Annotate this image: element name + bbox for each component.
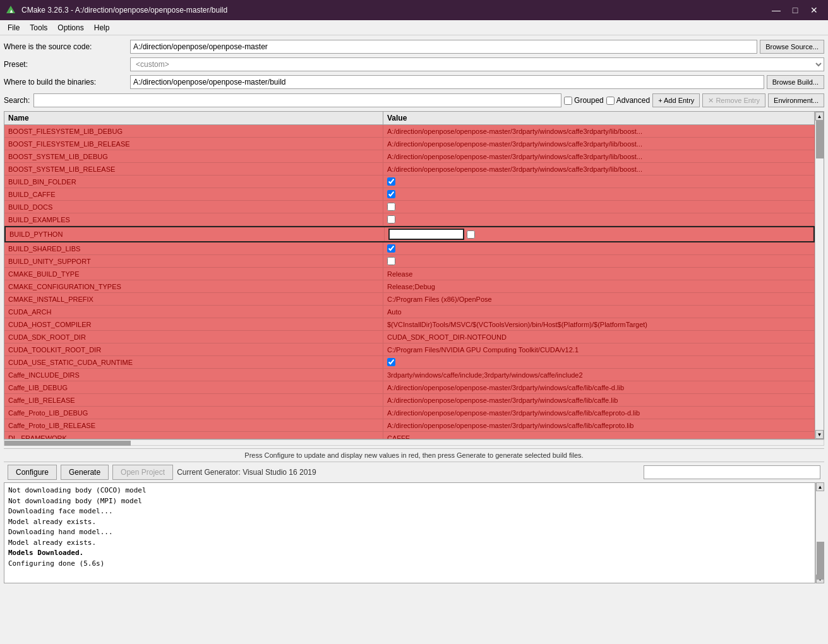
table-row[interactable]: CMAKE_INSTALL_PREFIXC:/Program Files (x8… bbox=[4, 293, 815, 306]
table-row[interactable]: Caffe_Proto_LIB_DEBUGA:/direction/openpo… bbox=[4, 407, 815, 419]
table-checkbox[interactable] bbox=[387, 190, 395, 198]
table-value-cell[interactable] bbox=[383, 188, 815, 200]
progress-bar bbox=[644, 465, 820, 479]
grouped-checkbox-label[interactable]: Grouped bbox=[564, 96, 604, 105]
menu-options[interactable]: Options bbox=[52, 22, 88, 33]
table-name-cell: CMAKE_INSTALL_PREFIX bbox=[4, 293, 383, 305]
table-value-cell[interactable] bbox=[383, 176, 815, 188]
table-row[interactable]: BUILD_UNITY_SUPPORT bbox=[4, 255, 815, 268]
table-checkbox[interactable] bbox=[387, 244, 395, 253]
table-row[interactable]: CUDA_TOOLKIT_ROOT_DIRC:/Program Files/NV… bbox=[4, 343, 815, 356]
table-row[interactable]: BOOST_SYSTEM_LIB_RELEASEA:/direction/ope… bbox=[4, 163, 815, 176]
browse-source-button[interactable]: Browse Source... bbox=[760, 40, 824, 54]
table-name-cell: BOOST_FILESYSTEM_LIB_DEBUG bbox=[4, 125, 383, 137]
table-row[interactable]: Caffe_Proto_LIB_RELEASEA:/direction/open… bbox=[4, 419, 815, 432]
table-name-cell: Caffe_LIB_DEBUG bbox=[4, 381, 383, 393]
scroll-track[interactable] bbox=[815, 121, 824, 430]
table-row[interactable]: CMAKE_BUILD_TYPERelease bbox=[4, 268, 815, 280]
table-row[interactable]: CUDA_USE_STATIC_CUDA_RUNTIME bbox=[4, 356, 815, 369]
table-row[interactable]: CUDA_ARCHAuto bbox=[4, 306, 815, 318]
scroll-down-button[interactable]: ▼ bbox=[815, 430, 824, 439]
table-name-cell: CUDA_TOOLKIT_ROOT_DIR bbox=[4, 343, 383, 355]
table-checkbox[interactable] bbox=[387, 358, 395, 366]
close-button[interactable]: ✕ bbox=[805, 3, 823, 18]
menu-file[interactable]: File bbox=[3, 22, 25, 33]
table-value-cell[interactable] bbox=[383, 213, 815, 225]
table-checkbox[interactable] bbox=[387, 257, 395, 265]
table-row[interactable]: BUILD_EXAMPLES bbox=[4, 213, 815, 226]
table-row[interactable]: DL_FRAMEWORKCAFFE bbox=[4, 432, 815, 439]
scroll-thumb[interactable] bbox=[816, 121, 824, 158]
table-row[interactable]: BOOST_FILESYSTEM_LIB_RELEASEA:/direction… bbox=[4, 138, 815, 150]
browse-build-button[interactable]: Browse Build... bbox=[767, 75, 824, 89]
table-row[interactable]: Caffe_LIB_DEBUGA:/direction/openpose/ope… bbox=[4, 381, 815, 394]
add-entry-button[interactable]: + Add Entry bbox=[652, 93, 700, 107]
console-scroll-track[interactable] bbox=[816, 491, 824, 575]
table-value-cell: A:/direction/openpose/openpose-master/3r… bbox=[383, 407, 815, 419]
table-row[interactable]: BUILD_SHARED_LIBS bbox=[4, 242, 815, 255]
console-scroll-up[interactable]: ▲ bbox=[816, 482, 824, 491]
table-checkbox[interactable] bbox=[387, 215, 395, 224]
grouped-checkbox[interactable] bbox=[564, 97, 572, 105]
menubar: File Tools Options Help bbox=[0, 20, 828, 35]
table-checkbox[interactable] bbox=[387, 177, 395, 186]
console-scroll-thumb[interactable] bbox=[817, 542, 824, 580]
menu-tools[interactable]: Tools bbox=[25, 22, 52, 33]
search-label: Search: bbox=[4, 96, 30, 105]
source-row: Where is the source code: Browse Source.… bbox=[4, 39, 824, 54]
table-name-cell: BOOST_SYSTEM_LIB_RELEASE bbox=[4, 163, 383, 175]
minimize-button[interactable]: — bbox=[767, 3, 785, 18]
table-row[interactable]: BUILD_PYTHON bbox=[4, 226, 815, 242]
table-value-cell: C:/Program Files (x86)/OpenPose bbox=[383, 293, 815, 305]
maximize-button[interactable]: □ bbox=[786, 3, 804, 18]
table-row[interactable]: BUILD_BIN_FOLDER bbox=[4, 176, 815, 188]
table-value-cell: Auto bbox=[383, 306, 815, 318]
table-value-cell[interactable] bbox=[383, 255, 815, 267]
table-row[interactable]: BOOST_SYSTEM_LIB_DEBUGA:/direction/openp… bbox=[4, 150, 815, 163]
advanced-checkbox-label[interactable]: Advanced bbox=[606, 96, 650, 105]
search-input[interactable] bbox=[33, 93, 561, 107]
app-icon: ▲ bbox=[5, 4, 16, 16]
preset-select[interactable]: <custom> bbox=[130, 57, 824, 71]
table-value-cell: CAFFE bbox=[383, 432, 815, 439]
table-scrollbar[interactable]: ▲ ▼ bbox=[815, 112, 824, 439]
console-line: Models Downloaded. bbox=[8, 548, 811, 559]
table-row[interactable]: CMAKE_CONFIGURATION_TYPESRelease;Debug bbox=[4, 280, 815, 293]
table-value-cell: Release;Debug bbox=[383, 280, 815, 292]
table-name-cell: BUILD_DOCS bbox=[4, 201, 383, 213]
build-python-checkbox[interactable] bbox=[467, 230, 475, 239]
progress-bar-area bbox=[320, 465, 820, 479]
advanced-checkbox[interactable] bbox=[606, 97, 615, 105]
console-line: Not downloading body (MPI) model bbox=[8, 496, 811, 507]
build-input[interactable] bbox=[130, 75, 764, 89]
generator-text: Current Generator: Visual Studio 16 2019 bbox=[177, 468, 316, 477]
console-scrollbar[interactable]: ▲ ▼ bbox=[815, 482, 824, 583]
table-row[interactable]: BUILD_CAFFE bbox=[4, 188, 815, 201]
source-input[interactable] bbox=[130, 40, 757, 54]
table-name-cell: BUILD_EXAMPLES bbox=[4, 213, 383, 225]
open-project-button[interactable]: Open Project bbox=[112, 465, 173, 480]
table-value-cell[interactable] bbox=[383, 201, 815, 213]
table-name-cell: CMAKE_CONFIGURATION_TYPES bbox=[4, 280, 383, 292]
table-value-cell[interactable] bbox=[383, 356, 815, 368]
environment-button[interactable]: Environment... bbox=[768, 93, 824, 107]
configure-button[interactable]: Configure bbox=[8, 465, 57, 480]
h-scroll-thumb[interactable] bbox=[4, 441, 131, 446]
table-name-cell: BUILD_SHARED_LIBS bbox=[4, 242, 383, 254]
table-value-cell: A:/direction/openpose/openpose-master/3r… bbox=[383, 138, 815, 150]
menu-help[interactable]: Help bbox=[89, 22, 115, 33]
table-value-cell[interactable] bbox=[383, 242, 815, 254]
table-row[interactable]: BOOST_FILESYSTEM_LIB_DEBUGA:/direction/o… bbox=[4, 125, 815, 138]
status-text: Press Configure to update and display ne… bbox=[244, 451, 583, 459]
horizontal-scrollbar[interactable] bbox=[4, 439, 824, 446]
table-row[interactable]: CUDA_SDK_ROOT_DIRCUDA_SDK_ROOT_DIR-NOTFO… bbox=[4, 331, 815, 343]
table-checkbox[interactable] bbox=[387, 203, 395, 211]
table-row[interactable]: Caffe_LIB_RELEASEA:/direction/openpose/o… bbox=[4, 394, 815, 407]
table-row[interactable]: Caffe_INCLUDE_DIRS3rdparty/windows/caffe… bbox=[4, 369, 815, 381]
table-row[interactable]: BUILD_DOCS bbox=[4, 201, 815, 213]
table-row[interactable]: CUDA_HOST_COMPILER$(VCInstallDir)Tools/M… bbox=[4, 318, 815, 331]
scroll-up-button[interactable]: ▲ bbox=[815, 112, 824, 121]
remove-entry-button[interactable]: ✕ Remove Entry bbox=[702, 93, 765, 107]
generate-button[interactable]: Generate bbox=[61, 465, 109, 480]
build-python-input[interactable] bbox=[388, 229, 464, 240]
